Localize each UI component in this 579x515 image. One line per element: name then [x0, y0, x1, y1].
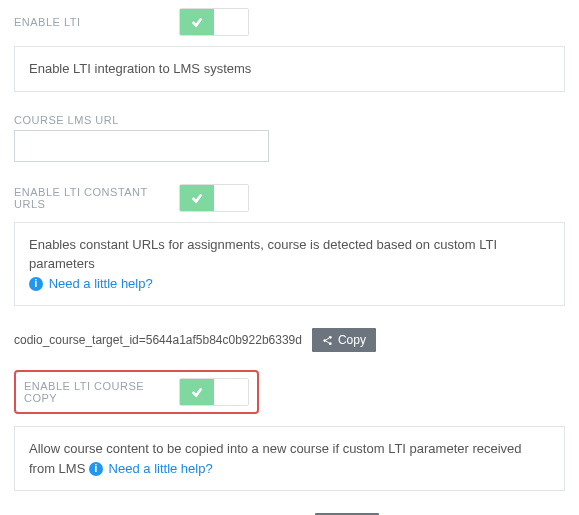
svg-point-1 [323, 339, 326, 342]
constant-urls-help-link[interactable]: Need a little help? [49, 276, 153, 291]
svg-point-0 [329, 335, 332, 338]
check-icon [190, 15, 204, 29]
enable-lti-toggle[interactable] [179, 8, 249, 36]
enable-constant-urls-toggle[interactable] [179, 184, 249, 212]
course-lms-url-label: COURSE LMS URL [14, 114, 179, 126]
check-icon [190, 385, 204, 399]
enable-constant-urls-label: ENABLE LTI CONSTANT URLS [14, 186, 179, 210]
course-copy-help-link[interactable]: Need a little help? [109, 461, 213, 476]
info-icon: i [29, 277, 43, 291]
info-icon: i [89, 462, 103, 476]
copy-label: Copy [338, 333, 366, 347]
course-copy-highlight: ENABLE LTI COURSE COPY [14, 370, 259, 414]
course-lms-url-input[interactable] [14, 130, 269, 162]
share-icon [322, 335, 333, 346]
enable-constant-urls-description: Enables constant URLs for assignments, c… [29, 237, 497, 272]
svg-point-2 [329, 342, 332, 345]
enable-lti-description: Enable LTI integration to LMS systems [14, 46, 565, 92]
enable-course-copy-description: Allow course content to be copied into a… [29, 441, 522, 476]
course-target-id-text: codio_course_target_id=5644a1af5b84c0b92… [14, 333, 302, 347]
copy-course-target-button[interactable]: Copy [312, 328, 376, 352]
check-icon [190, 191, 204, 205]
enable-course-copy-label: ENABLE LTI COURSE COPY [24, 380, 179, 404]
enable-course-copy-toggle[interactable] [179, 378, 249, 406]
enable-lti-label: ENABLE LTI [14, 16, 179, 28]
